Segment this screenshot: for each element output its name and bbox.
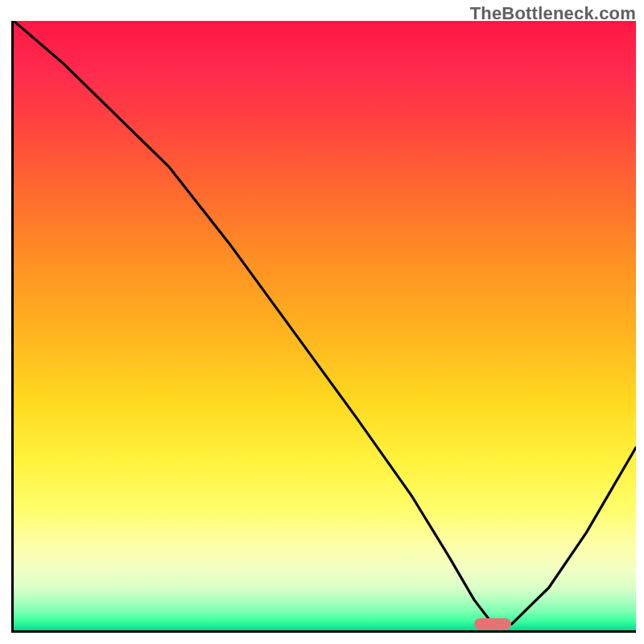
chart-canvas: TheBottleneck.com: [0, 0, 644, 644]
plot-area: [11, 21, 636, 633]
optimal-range-marker: [474, 618, 511, 630]
bottleneck-curve: [14, 21, 636, 624]
curve-layer: [14, 21, 636, 630]
